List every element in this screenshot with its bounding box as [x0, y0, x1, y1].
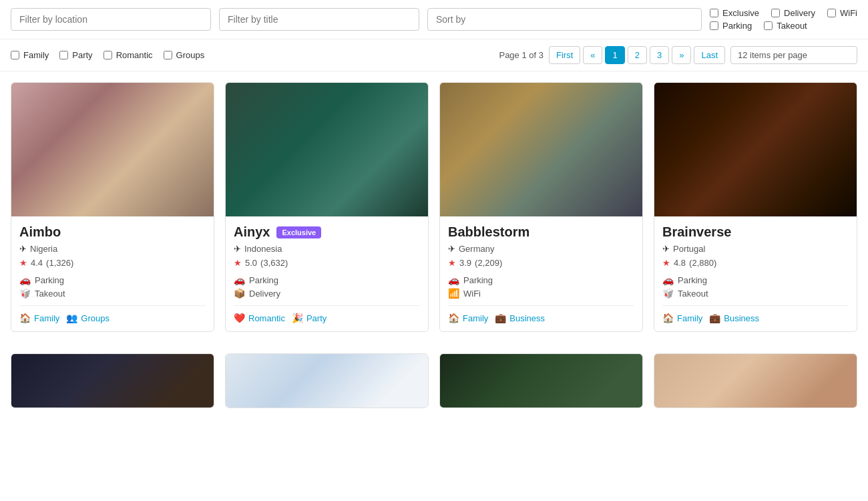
party-checkbox[interactable] — [59, 51, 68, 59]
rating-value: 4.8 — [674, 258, 686, 268]
card-title: Aimbo — [19, 224, 61, 240]
feature-label: Takeout — [35, 289, 65, 299]
card-rating: ★ 5.0 (3,632) — [234, 258, 420, 268]
tag-label: Family — [34, 313, 59, 323]
feature-label: Parking — [249, 275, 278, 285]
page-next-button[interactable]: » — [672, 46, 691, 64]
groups-checkbox[interactable] — [164, 51, 172, 59]
exclusive-label: Exclusive — [722, 8, 759, 18]
takeout-checkbox[interactable] — [764, 21, 773, 30]
page-1-button[interactable]: 1 — [605, 46, 624, 64]
parking-checkbox[interactable] — [710, 21, 718, 30]
tag-business: 💼 Business — [709, 313, 759, 323]
card-ainyx[interactable]: Ainyx Exclusive ✈ Indonesia ★ 5.0 (3,632… — [225, 82, 429, 332]
page-info: Page 1 of 3 — [499, 50, 544, 60]
tag-label: Business — [509, 313, 545, 323]
card-bottom2[interactable] — [225, 353, 429, 408]
wifi-checkbox[interactable] — [827, 9, 836, 17]
parking-icon: 🚗 — [448, 275, 459, 285]
delivery-icon: 📦 — [234, 288, 245, 299]
pagination: Page 1 of 3 First « 1 2 3 » Last — [499, 46, 857, 64]
parking-icon: 🚗 — [662, 275, 674, 285]
tag-family: 🏠 Family — [19, 313, 59, 323]
card-image-brainverse — [654, 83, 857, 216]
rating-value: 4.4 — [31, 258, 43, 268]
family-checkbox[interactable] — [11, 51, 19, 59]
rating-value: 5.0 — [245, 258, 257, 268]
filter-title-input[interactable] — [219, 8, 419, 31]
tag-family: 🏠 Family — [662, 313, 702, 323]
amenity-checkboxes-top: Exclusive Delivery WiFi Parking Takeout — [710, 8, 857, 31]
page-3-button[interactable]: 3 — [650, 46, 669, 64]
card-image-bottom3 — [440, 354, 642, 407]
business-icon: 💼 — [495, 313, 506, 323]
location-text: Nigeria — [30, 244, 57, 254]
party-label: Party — [72, 50, 92, 60]
card-bottom4[interactable] — [654, 353, 857, 408]
filter-location-input[interactable] — [11, 8, 211, 31]
tag-label: Romantic — [248, 313, 285, 323]
groups-label: Groups — [176, 50, 205, 60]
takeout-icon: 🥡 — [19, 288, 31, 299]
feature-label: Parking — [678, 275, 707, 285]
card-aimbo[interactable]: Aimbo ✈ Nigeria ★ 4.4 (1,326) 🚗 Parking … — [11, 82, 214, 332]
card-body-aimbo: Aimbo ✈ Nigeria ★ 4.4 (1,326) 🚗 Parking … — [11, 216, 214, 331]
rating-reviews: (3,632) — [260, 258, 288, 268]
page-first-button[interactable]: First — [549, 46, 580, 64]
page-nav: First « 1 2 3 » Last — [549, 46, 725, 64]
page-prev-button[interactable]: « — [583, 46, 602, 64]
feature-parking: 🚗 Parking — [19, 275, 206, 285]
parking-label: Parking — [722, 21, 752, 31]
card-image-bottom4 — [654, 354, 857, 407]
card-tags: 🏠 Family 👥 Groups — [19, 305, 206, 323]
party-icon: 🎉 — [292, 313, 303, 323]
feature-takeout: 🥡 Takeout — [662, 288, 849, 299]
location-text: Portugal — [673, 244, 705, 254]
feature-label: WiFi — [463, 289, 481, 299]
rating-reviews: (1,326) — [46, 258, 73, 268]
feature-parking: 🚗 Parking — [234, 275, 420, 285]
card-brainverse[interactable]: Brainverse ✈ Portugal ★ 4.8 (2,880) 🚗 Pa… — [654, 82, 857, 332]
card-bottom1[interactable] — [11, 353, 214, 408]
takeout-icon: 🥡 — [662, 288, 674, 299]
card-babblestorm[interactable]: Babblestorm ✈ Germany ★ 3.9 (2,209) 🚗 Pa… — [439, 82, 643, 332]
feature-label: Delivery — [249, 289, 280, 299]
romantic-checkbox[interactable] — [103, 51, 112, 59]
page-last-button[interactable]: Last — [694, 46, 725, 64]
items-per-page-input[interactable] — [730, 46, 857, 64]
location-text: Germany — [459, 244, 494, 254]
tag-family: 🏠 Family — [448, 313, 488, 323]
card-location: ✈ Nigeria — [19, 244, 206, 254]
wifi-icon: 📶 — [448, 288, 459, 299]
exclusive-checkbox[interactable] — [710, 9, 718, 17]
card-title: Brainverse — [662, 224, 731, 240]
sort-by-input[interactable] — [427, 8, 702, 31]
card-body-babblestorm: Babblestorm ✈ Germany ★ 3.9 (2,209) 🚗 Pa… — [440, 216, 642, 331]
groups-checkbox-item: Groups — [164, 50, 205, 60]
location-icon: ✈ — [662, 244, 670, 254]
card-title-row: Babblestorm — [448, 224, 634, 240]
location-text: Indonesia — [244, 244, 282, 254]
rating-reviews: (2,209) — [475, 258, 502, 268]
delivery-checkbox[interactable] — [771, 9, 780, 17]
feature-delivery: 📦 Delivery — [234, 288, 420, 299]
card-tags: 🏠 Family 💼 Business — [662, 305, 849, 323]
location-icon: ✈ — [448, 244, 455, 254]
feature-label: Parking — [35, 275, 64, 285]
romantic-checkbox-item: Romantic — [103, 50, 153, 60]
feature-label: Takeout — [678, 289, 708, 299]
card-rating: ★ 4.8 (2,880) — [662, 258, 849, 268]
feature-label: Parking — [463, 275, 493, 285]
card-rating: ★ 3.9 (2,209) — [448, 258, 634, 268]
card-location: ✈ Germany — [448, 244, 634, 254]
star-icon: ★ — [448, 258, 456, 268]
card-title: Babblestorm — [448, 224, 529, 240]
card-location: ✈ Indonesia — [234, 244, 420, 254]
parking-row: Parking Takeout — [710, 21, 857, 31]
tag-label: Family — [463, 313, 488, 323]
page-2-button[interactable]: 2 — [628, 46, 647, 64]
card-features: 🚗 Parking 🥡 Takeout — [19, 275, 206, 299]
card-tags: ❤️ Romantic 🎉 Party — [234, 305, 420, 323]
card-bottom3[interactable] — [439, 353, 643, 408]
location-icon: ✈ — [19, 244, 27, 254]
